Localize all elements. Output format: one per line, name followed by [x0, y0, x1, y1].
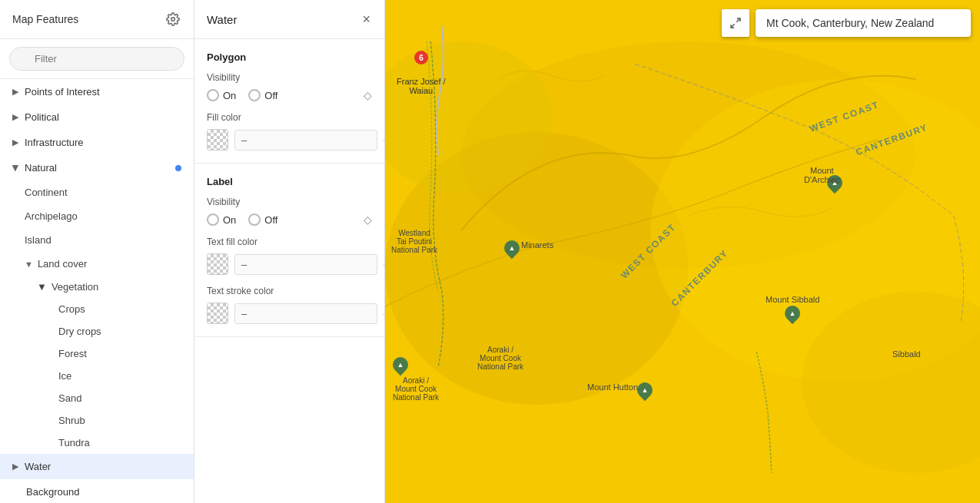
panel-header: Water ×: [194, 0, 384, 39]
modified-dot: [175, 165, 181, 171]
label-radio-off: [248, 213, 261, 226]
sidebar-item-vegetation[interactable]: ▼ Vegetation: [25, 276, 194, 298]
sidebar-item-background[interactable]: Background: [0, 479, 194, 503]
filter-bar: ☰: [0, 39, 194, 79]
chevron-down-icon: ▶: [11, 165, 21, 171]
fill-color-input[interactable]: [234, 130, 377, 151]
map-svg: [385, 0, 980, 503]
radio-off: [248, 89, 261, 101]
text-stroke-swatch[interactable]: [207, 303, 228, 324]
visibility-off-option[interactable]: Off: [248, 89, 277, 101]
label-section: Label Visibility On Off ◇ Text fill colo…: [194, 164, 384, 337]
sidebar-title: Map Features: [12, 13, 78, 25]
visibility-label: Visibility: [207, 72, 372, 83]
panel-title: Water: [207, 13, 237, 26]
map-area[interactable]: 6 WEST COAST CANTERBURY WEST COAST CANTE…: [385, 0, 980, 503]
radio-on: [207, 89, 219, 101]
sidebar: Map Features ☰ ▶ Points of Interest ▶ Po…: [0, 0, 194, 503]
label-visibility-on-option[interactable]: On: [207, 213, 236, 226]
map-poi-aoraki-1: ▲: [393, 357, 408, 372]
sidebar-item-sand[interactable]: Sand: [37, 387, 194, 409]
sidebar-item-crops[interactable]: Crops: [37, 298, 194, 320]
vegetation-subitems: Crops Dry crops Forest Ice Sand Shrub: [25, 298, 194, 454]
label-visibility-diamond-button[interactable]: ◇: [364, 213, 372, 226]
chevron-right-icon: ▶: [12, 112, 18, 122]
sidebar-item-natural[interactable]: ▶ Natural: [0, 155, 194, 180]
sidebar-item-land-cover[interactable]: ▼ Land cover: [12, 252, 194, 276]
sidebar-item-shrub[interactable]: Shrub: [37, 409, 194, 432]
fill-color-label: Fill color: [207, 112, 372, 123]
polygon-section-title: Polygon: [207, 51, 372, 63]
svg-line-7: [736, 18, 740, 22]
sidebar-item-continent[interactable]: Continent: [12, 180, 194, 204]
text-fill-input[interactable]: [234, 254, 377, 275]
natural-subitems: Continent Archipelago Island ▼ Land cove…: [0, 180, 194, 454]
close-button[interactable]: ×: [360, 11, 372, 28]
sidebar-item-water[interactable]: ▶ Water: [0, 454, 194, 479]
text-fill-swatch[interactable]: [207, 253, 228, 275]
svg-line-8: [731, 24, 735, 28]
text-stroke-input[interactable]: [234, 303, 377, 324]
label-section-title: Label: [207, 176, 372, 187]
gear-button[interactable]: [164, 11, 181, 28]
chevron-right-icon: ▶: [12, 87, 18, 97]
sidebar-header: Map Features: [0, 0, 194, 39]
fill-color-swatch[interactable]: [207, 129, 228, 151]
sidebar-item-ice[interactable]: Ice: [37, 365, 194, 387]
water-panel: Water × Polygon Visibility On Off ◇ Fill…: [194, 0, 385, 503]
label-visibility-off-option[interactable]: Off: [248, 213, 277, 226]
search-input[interactable]: [756, 9, 971, 37]
fill-color-row: ◇: [207, 129, 372, 151]
road-badge-6: 6: [414, 51, 428, 65]
label-visibility-label: Visibility: [207, 197, 372, 207]
visibility-row: On Off ◇: [207, 89, 372, 101]
text-stroke-label: Text stroke color: [207, 286, 372, 296]
chevron-down-icon: ▼: [37, 281, 47, 293]
sidebar-item-tundra[interactable]: Tundra: [37, 432, 194, 454]
sidebar-item-forest[interactable]: Forest: [37, 343, 194, 365]
chevron-down-icon: ▼: [25, 260, 33, 269]
map-poi-darchiac: ▲ MountD'Archiac: [827, 175, 842, 190]
sidebar-item-political[interactable]: ▶ Political: [0, 104, 194, 130]
fullscreen-button[interactable]: [722, 9, 749, 37]
map-poi-sibbald: ▲ Mount Sibbald: [785, 306, 800, 321]
map-poi-minarets: Minarets ▲: [504, 240, 520, 256]
text-fill-label: Text fill color: [207, 237, 372, 247]
svg-point-0: [171, 18, 175, 22]
chevron-right-icon: ▶: [12, 462, 18, 472]
visibility-diamond-button[interactable]: ◇: [364, 89, 372, 101]
sidebar-item-archipelago[interactable]: Archipelago: [12, 204, 194, 228]
label-visibility-row: On Off ◇: [207, 213, 372, 226]
sidebar-item-dry-crops[interactable]: Dry crops: [37, 320, 194, 343]
map-poi-mount-hutton: ▲ Mount Hutton: [637, 382, 653, 398]
label-radio-on: [207, 213, 219, 226]
text-stroke-color-row: ◇: [207, 303, 372, 324]
visibility-on-option[interactable]: On: [207, 89, 236, 101]
chevron-right-icon: ▶: [12, 137, 18, 147]
text-fill-color-row: ◇: [207, 253, 372, 275]
sidebar-item-points-of-interest[interactable]: ▶ Points of Interest: [0, 79, 194, 104]
land-cover-subitems: ▼ Vegetation Crops Dry crops Forest Ice …: [12, 276, 194, 454]
sidebar-item-infrastructure[interactable]: ▶ Infrastructure: [0, 130, 194, 155]
polygon-section: Polygon Visibility On Off ◇ Fill color ◇: [194, 39, 384, 164]
filter-input[interactable]: [9, 47, 184, 71]
sidebar-item-island[interactable]: Island: [12, 228, 194, 252]
